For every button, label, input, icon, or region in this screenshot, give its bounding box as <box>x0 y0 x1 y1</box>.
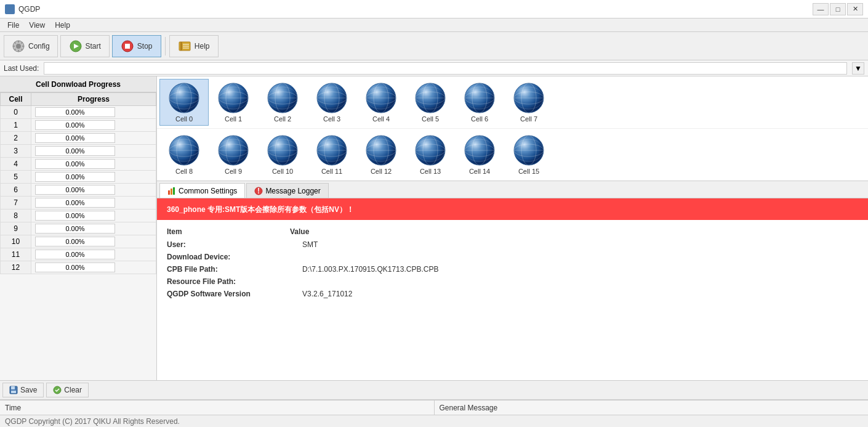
cell-icon-item[interactable]: Cell 3 <box>307 79 356 126</box>
cell-icon-item[interactable]: Cell 2 <box>258 79 307 126</box>
cell-col-header: Cell <box>1 93 31 106</box>
status-message-label: General Message <box>440 404 498 412</box>
cell-icon-label: Cell 1 <box>225 115 242 123</box>
svg-text:!: ! <box>257 187 260 195</box>
save-button[interactable]: Save <box>2 383 44 397</box>
cell-icon-item[interactable]: Cell 4 <box>356 79 406 126</box>
cell-icon-item[interactable]: Cell 15 <box>504 131 553 178</box>
table-row: 7 0.00% <box>1 197 156 209</box>
clear-button[interactable]: Clear <box>46 383 89 397</box>
close-button[interactable]: ✕ <box>847 3 863 15</box>
help-button[interactable]: Help <box>169 35 219 57</box>
tab-common-settings[interactable]: Common Settings <box>159 183 245 198</box>
cell-icon-label: Cell 4 <box>372 115 390 123</box>
stop-button[interactable]: Stop <box>112 35 161 57</box>
menu-bar: File View Help <box>0 18 868 32</box>
cell-icon-item[interactable]: Cell 12 <box>356 131 406 178</box>
progress-bar: 0.00% <box>35 146 115 156</box>
minimize-button[interactable]: — <box>813 3 829 15</box>
globe-svg <box>316 134 348 166</box>
globe-svg <box>365 134 397 166</box>
table-row: 3 0.00% <box>1 145 156 158</box>
cell-number: 2 <box>1 132 31 145</box>
cell-progress: 0.00% <box>31 119 156 132</box>
globe-svg <box>464 134 496 166</box>
settings-item-label: QGDP Software Version <box>167 288 290 300</box>
table-row: 1 0.00% <box>1 119 156 132</box>
settings-value: D:\7.1.003.PX.170915.QK1713.CPB.CPB <box>290 263 438 275</box>
help-icon <box>178 39 191 53</box>
last-used-bar: Last Used: ▼ <box>0 60 868 76</box>
globe-svg <box>267 134 299 166</box>
settings-row: QGDP Software Version V3.2.6_171012 <box>167 288 438 300</box>
menu-file[interactable]: File <box>2 20 24 31</box>
cell-icon-item[interactable]: Cell 11 <box>307 131 356 178</box>
progress-bar: 0.00% <box>35 159 115 169</box>
table-row: 0 0.00% <box>1 106 156 119</box>
status-message: General Message <box>435 401 869 415</box>
table-row: 9 0.00% <box>1 222 156 235</box>
title-bar-controls: — □ ✕ <box>813 3 863 15</box>
stop-label: Stop <box>137 42 153 51</box>
toolbar-separator <box>165 37 166 55</box>
cell-progress: 0.00% <box>31 235 156 248</box>
svg-rect-114 <box>11 391 16 393</box>
progress-bar: 0.00% <box>35 224 115 234</box>
start-button[interactable]: Start <box>60 35 110 57</box>
cell-number: 1 <box>1 119 31 132</box>
tabs-bar: Common Settings ! Message Logger <box>157 181 868 198</box>
cell-icon-item[interactable]: Cell 14 <box>455 131 504 178</box>
cell-icon-label: Cell 2 <box>274 115 291 123</box>
menu-view[interactable]: View <box>24 20 50 31</box>
cell-icons-section: Cell 0 Cell 1 <box>157 76 868 181</box>
tab-common-settings-label: Common Settings <box>179 187 237 195</box>
left-panel-header: Cell Donwload Progress <box>0 76 156 92</box>
config-icon <box>12 39 25 53</box>
svg-rect-107 <box>168 190 170 195</box>
footer: QGDP Copyright (C) 2017 QIKU All Rights … <box>0 415 868 427</box>
cell-icon-label: Cell 9 <box>225 168 242 175</box>
config-button[interactable]: Config <box>4 35 58 57</box>
cell-icon-item[interactable]: Cell 9 <box>209 131 258 178</box>
cell-number: 3 <box>1 145 31 158</box>
cell-icon-item[interactable]: Cell 1 <box>209 79 258 126</box>
cell-icon-label: Cell 14 <box>469 168 490 175</box>
last-used-input[interactable] <box>44 62 847 75</box>
cell-icon-item[interactable]: Cell 5 <box>406 79 455 126</box>
tab-message-logger[interactable]: ! Message Logger <box>246 183 328 198</box>
clear-label: Clear <box>64 386 82 394</box>
toolbar: Config Start Stop Help <box>0 32 868 60</box>
main-content: Cell Donwload Progress Cell Progress 0 0… <box>0 76 868 380</box>
last-used-dropdown[interactable]: ▼ <box>852 62 864 75</box>
help-label: Help <box>195 42 210 51</box>
stop-icon <box>121 39 134 53</box>
globe-svg <box>217 134 249 166</box>
cell-icon-item[interactable]: Cell 6 <box>455 79 504 126</box>
cell-progress: 0.00% <box>31 209 156 222</box>
settings-row: Download Device: <box>167 251 438 263</box>
cell-number: 9 <box>1 222 31 235</box>
settings-row: User: SMT <box>167 238 438 251</box>
progress-bar: 0.00% <box>35 172 115 182</box>
cell-number: 8 <box>1 209 31 222</box>
app-icon <box>5 4 15 14</box>
right-panel: Cell 0 Cell 1 <box>157 76 868 380</box>
progress-bar: 0.00% <box>35 262 115 272</box>
cell-table-container[interactable]: Cell Progress 0 0.00% 1 0.00% 2 0.00% 3 … <box>0 92 156 380</box>
footer-text: QGDP Copyright (C) 2017 QIKU All Rights … <box>5 417 180 426</box>
cell-icon-item[interactable]: Cell 13 <box>406 131 455 178</box>
maximize-button[interactable]: □ <box>830 3 846 15</box>
settings-item-label: CPB File Path: <box>167 263 290 275</box>
cell-progress: 0.00% <box>31 261 156 274</box>
settings-value <box>290 251 438 263</box>
cell-icon-item[interactable]: Cell 8 <box>159 131 209 178</box>
tab-message-logger-label: Message Logger <box>265 187 320 195</box>
status-time: Time <box>0 401 435 415</box>
cell-icon-item[interactable]: Cell 0 <box>159 79 209 126</box>
table-row: 4 0.00% <box>1 158 156 171</box>
cell-icon-item[interactable]: Cell 7 <box>504 79 553 126</box>
menu-help[interactable]: Help <box>50 20 75 31</box>
cell-icon-item[interactable]: Cell 10 <box>258 131 307 178</box>
chart-icon <box>167 187 176 195</box>
save-label: Save <box>20 386 37 394</box>
